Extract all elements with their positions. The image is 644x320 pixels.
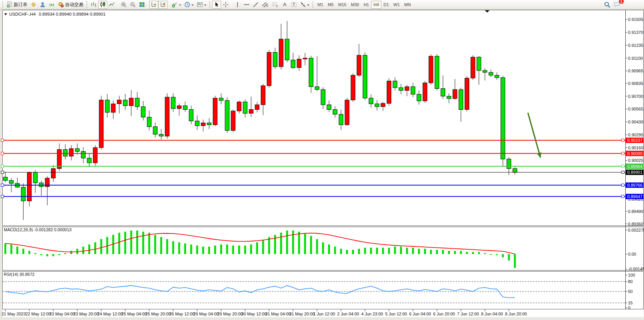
candlestick-chart-icon [100, 2, 106, 8]
trendline-tool-button[interactable] [251, 1, 260, 9]
fibonacci-tool-button[interactable]: F [270, 1, 280, 9]
timeframe-H1[interactable]: H1 [361, 1, 371, 9]
candle-body-bear [489, 72, 493, 75]
candle-body-bull [297, 59, 301, 68]
new-order-button[interactable]: 新订单 [5, 1, 29, 9]
notification-badge[interactable]: 1 [618, 0, 624, 4]
search-button[interactable] [603, 1, 612, 9]
time-axis-label: 25 May 20:00 [145, 312, 171, 316]
macd-histogram-bar [376, 248, 378, 254]
horizontal-line-icon [244, 2, 250, 8]
macd-histogram-bar [394, 246, 396, 254]
trendline-icon [253, 2, 259, 8]
chevron-down-icon [204, 5, 206, 7]
metaeditor-button[interactable] [29, 1, 38, 9]
toolbar-grip[interactable] [209, 1, 210, 8]
line-left-handle[interactable] [1, 139, 4, 142]
candle-body-bear [333, 110, 337, 115]
zoom-in-button[interactable] [119, 1, 128, 9]
candle-body-bear [63, 150, 67, 157]
zoom-out-button[interactable] [128, 1, 137, 9]
timeframe-H4[interactable]: H4 [371, 1, 381, 9]
candle-body-bear [207, 123, 211, 125]
timeframe-W1[interactable]: W1 [391, 1, 402, 9]
line-left-handle[interactable] [1, 165, 4, 168]
line-right-handle[interactable] [622, 139, 624, 142]
chart-shift-button[interactable] [158, 1, 167, 9]
line-right-handle[interactable] [622, 184, 624, 187]
candle-body-bull [255, 105, 259, 110]
price-axis-label: 0.91235 [628, 43, 643, 48]
bar-chart-button[interactable] [89, 1, 98, 9]
community-button[interactable] [38, 1, 47, 9]
crosshair-tool-button[interactable] [221, 1, 230, 9]
toolbar-separator [148, 1, 148, 8]
line-right-handle[interactable] [622, 152, 624, 155]
timeframe-M1[interactable]: M1 [315, 1, 325, 9]
candle-body-bear [183, 106, 187, 110]
text-label-tool-button[interactable]: T [289, 1, 298, 9]
time-axis-label: 29 May 04:00 [193, 312, 219, 316]
zoom-out-icon [130, 2, 136, 8]
timeframe-M30[interactable]: M30 [349, 1, 361, 9]
line-left-handle[interactable] [1, 195, 4, 198]
macd-histogram-bar [310, 236, 312, 254]
toolbar-grip[interactable] [2, 1, 3, 8]
templates-button[interactable] [195, 1, 208, 9]
line-right-handle[interactable] [622, 195, 624, 198]
candle-body-bear [147, 117, 151, 127]
candle-body-bull [51, 169, 56, 178]
equidistant-channel-tool-button[interactable]: E [260, 1, 270, 9]
candle-body-bear [291, 60, 295, 68]
horizontal-line-tool-button[interactable] [242, 1, 251, 9]
candle-body-bull [453, 90, 457, 99]
timeframe-MN[interactable]: MN [402, 1, 413, 9]
candle-body-bear [459, 90, 463, 110]
toolbar-grip[interactable] [86, 1, 88, 8]
line-left-handle[interactable] [1, 152, 4, 155]
timeframe-M15[interactable]: M15 [336, 1, 349, 9]
text-tool-button[interactable]: A [280, 1, 289, 9]
indicators-button[interactable] [170, 1, 183, 9]
arrows-tool-button[interactable] [298, 1, 311, 9]
price-axis-label: 0.91505 [628, 17, 643, 22]
tile-windows-button[interactable] [137, 1, 147, 9]
candlestick-chart-button[interactable] [98, 1, 107, 9]
macd-histogram-bar [448, 251, 450, 254]
macd-histogram-bar [292, 230, 294, 254]
macd-histogram-bar [53, 254, 54, 256]
periods-button[interactable] [183, 1, 195, 9]
candle-body-bear [87, 158, 91, 163]
timeframe-D1[interactable]: D1 [381, 1, 391, 9]
auto-scroll-button[interactable] [149, 1, 158, 9]
main-chart-panel[interactable] [3, 10, 644, 226]
candle-body-bull [267, 53, 271, 86]
macd-histogram-bar [172, 241, 174, 254]
candle [351, 74, 355, 102]
candle [387, 78, 391, 106]
chart-window[interactable]: 0.915050.913700.912350.911000.909650.908… [0, 0, 644, 320]
line-left-handle[interactable] [1, 184, 4, 187]
price-tag-label: 0.89964 [627, 164, 642, 169]
time-axis-label: 29 May 20:00 [217, 312, 243, 316]
cursor-tool-button[interactable] [212, 1, 221, 9]
timeframe-M5[interactable]: M5 [325, 1, 336, 9]
candle-body-bull [465, 78, 469, 110]
candle-body-bear [501, 78, 505, 159]
price-tag-label: 0.89647 [627, 194, 642, 199]
rsi-panel[interactable] [3, 272, 644, 309]
line-right-handle[interactable] [622, 171, 624, 174]
line-right-handle[interactable] [622, 165, 624, 168]
macd-histogram-bar [178, 242, 180, 254]
line-left-handle[interactable] [1, 171, 4, 174]
autotrading-button[interactable]: 自动交易 [56, 1, 85, 9]
time-axis-label: 1 Jun 12:00 [313, 312, 335, 316]
line-chart-button[interactable] [107, 1, 116, 9]
signals-button[interactable] [47, 1, 56, 9]
macd-histogram-bar [352, 250, 354, 254]
vertical-line-tool-button[interactable] [233, 1, 242, 9]
macd-histogram-bar [118, 233, 120, 254]
candle [363, 53, 367, 100]
toolbar-grip[interactable] [312, 1, 314, 8]
rsi-label: RSI(14) 30.8572 [4, 272, 35, 277]
